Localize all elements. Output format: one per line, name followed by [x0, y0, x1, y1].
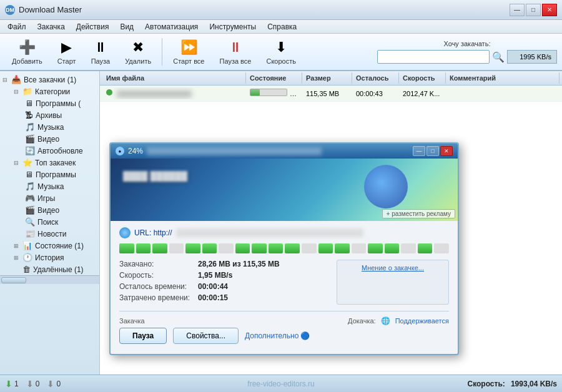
sidebar-item-top-programs[interactable]: 🖥 Программы: [0, 169, 99, 180]
want-download-section: Хочу закачать: 🔍 1995 KB/s: [377, 40, 557, 64]
sidebar-item-categories[interactable]: ⊟ 📁 Категории: [0, 86, 99, 97]
progress-segment: [302, 243, 317, 253]
dialog-app-icon: ●: [116, 147, 124, 155]
menu-file[interactable]: Файл: [2, 21, 31, 32]
menu-download[interactable]: Закачка: [32, 21, 70, 32]
opinion-link[interactable]: Мнение о закачке...: [337, 260, 448, 275]
start-icon: ▶: [61, 39, 72, 56]
sidebar-item-archives[interactable]: 🗜 Архивы: [0, 109, 99, 121]
menu-automation[interactable]: Автоматизация: [140, 21, 203, 32]
progress-segment: [169, 243, 184, 253]
downloading-count: ⬇ 1: [5, 379, 19, 389]
sidebar-item-history[interactable]: ⊞ 🕐 История: [0, 252, 99, 263]
progress-segment: [152, 243, 167, 253]
downloading-icon: ⬇: [5, 379, 12, 389]
status-speed: Скорость: 1993,04 KB/s: [467, 380, 557, 388]
speed-label: Скорость: [266, 57, 296, 65]
sidebar-label-top-video: Видео: [37, 206, 59, 215]
more-icon: 🔵: [300, 331, 310, 340]
col-header-speed[interactable]: Скорость: [399, 72, 446, 84]
sidebar-item-programs[interactable]: 🖥 Программы (: [0, 97, 99, 109]
downloaded-label: Закачано:: [119, 260, 194, 268]
want-download-input[interactable]: [377, 50, 490, 64]
sidebar-item-games[interactable]: 🎮 Игры: [0, 192, 99, 204]
sidebar-item-autoupdate[interactable]: 🔄 Автообновле: [0, 145, 99, 157]
pause-all-button[interactable]: ⏸ Пауза все: [212, 36, 258, 68]
toolbar: ➕ Добавить ▶ Старт ⏸ Пауза ✖ Удалить ⏩ С…: [0, 34, 562, 71]
sidebar-label-archives: Архивы: [36, 111, 62, 120]
status-speed-value: 1993,04 KB/s: [511, 380, 557, 388]
start-label: Старт: [57, 57, 76, 65]
menu-help[interactable]: Справка: [262, 21, 302, 32]
menu-view[interactable]: Вид: [115, 21, 139, 32]
main-area: ⊟ 📥 Все закачки (1) ⊟ 📁 Категории 🖥 Прог…: [0, 71, 562, 375]
sidebar-label-top-programs: Программы: [36, 170, 76, 179]
file-size-cell: 115,35 MB: [302, 88, 352, 99]
speed-stat-value: 1,95 MB/s: [198, 271, 232, 280]
progress-segment: [434, 243, 449, 253]
dialog-actions: Пауза Свойства... Дополнительно 🔵: [119, 328, 449, 348]
pause-toolbar-button[interactable]: ⏸ Пауза: [84, 36, 117, 68]
menu-actions[interactable]: Действия: [71, 21, 114, 32]
add-label: Добавить: [12, 57, 42, 65]
delete-label: Удалить: [125, 57, 151, 65]
h-scrollbar[interactable]: [0, 275, 99, 284]
col-header-comment[interactable]: Комментарий: [446, 72, 560, 84]
add-button[interactable]: ➕ Добавить: [5, 36, 49, 68]
progress-segment: [269, 243, 283, 253]
sidebar-item-all[interactable]: ⊟ 📥 Все закачки (1): [0, 74, 99, 86]
search-icon[interactable]: 🔍: [492, 51, 505, 63]
progress-segment: [252, 243, 267, 253]
menu-tools[interactable]: Инструменты: [204, 21, 261, 32]
speed-button[interactable]: ⬇ Скорость: [259, 36, 303, 68]
url-label: URL: http://: [134, 228, 172, 237]
sidebar-label-autoupdate: Автообновле: [37, 147, 83, 155]
sidebar-item-video[interactable]: 🎬 Видео: [0, 133, 99, 145]
start-all-label: Старт все: [173, 57, 204, 65]
speed-stat-label: Скорость:: [119, 271, 194, 280]
want-download-row: 🔍 1995 KB/s: [377, 50, 557, 64]
speed-icon: ⬇: [275, 39, 287, 56]
add-icon: ➕: [19, 39, 36, 56]
dialog-minimize-button[interactable]: —: [413, 146, 425, 156]
sidebar-item-music[interactable]: 🎵 Музыка: [0, 121, 99, 133]
mini-progress-bar: [250, 89, 260, 96]
sidebar-item-news[interactable]: 📰 Новости: [0, 228, 99, 240]
advertise-button[interactable]: + разместить рекламу: [382, 209, 455, 218]
col-header-name[interactable]: Имя файла: [102, 72, 246, 84]
dialog-maximize-button[interactable]: □: [426, 146, 439, 156]
more-button[interactable]: Дополнительно 🔵: [245, 331, 310, 340]
col-header-remain[interactable]: Осталось: [352, 72, 399, 84]
delete-button[interactable]: ✖ Удалить: [118, 36, 158, 68]
col-header-size[interactable]: Размер: [302, 72, 352, 84]
h-scrollbar-thumb[interactable]: [1, 277, 26, 283]
sidebar-item-deleted[interactable]: 🗑 Удалённые (1): [0, 263, 99, 275]
status-bar: ⬇ 1 ⬇ 0 ⬇ 0 free-video-editors.ru Скорос…: [0, 375, 562, 392]
sidebar-item-status[interactable]: ⊞ 📊 Состояние (1): [0, 240, 99, 252]
dialog-props-button[interactable]: Свойства...: [173, 328, 239, 344]
sidebar-label-news: Новости: [37, 230, 66, 238]
expand-icon-all: ⊟: [2, 77, 9, 83]
resume-value[interactable]: Поддерживается: [395, 317, 449, 325]
remain-stat-value: 00:00:44: [198, 282, 228, 291]
col-header-status[interactable]: Состояние: [246, 72, 302, 84]
sidebar-item-top[interactable]: ⊟ ⭐ Топ закачек: [0, 157, 99, 169]
minimize-button[interactable]: —: [510, 4, 525, 16]
close-button[interactable]: ✕: [542, 4, 557, 16]
dialog-pause-button[interactable]: Пауза: [119, 328, 167, 344]
maximize-button[interactable]: □: [526, 4, 541, 16]
table-row[interactable]: 25% Зак... 115,35 MB 00:00:43 2012,47 K.…: [100, 86, 562, 102]
pause-icon: ⏸: [94, 39, 107, 56]
mini-progress: [250, 89, 287, 96]
downloaded-value: 28,26 MB из 115,35 MB: [198, 260, 280, 268]
start-all-button[interactable]: ⏩ Старт все: [166, 36, 211, 68]
dialog-banner: ████ ██████ + разместить рекламу: [111, 159, 458, 221]
start-button[interactable]: ▶ Старт: [51, 36, 83, 68]
sidebar-item-top-video[interactable]: 🎬 Видео: [0, 204, 99, 216]
dialog-title-left: ● 24%: [116, 147, 322, 155]
sidebar-item-search[interactable]: 🔍 Поиск: [0, 216, 99, 228]
sidebar-item-top-music[interactable]: 🎵 Музыка: [0, 180, 99, 192]
downloaded-stat: Закачано: 28,26 MB из 115,35 MB: [119, 260, 324, 268]
dialog-close-button[interactable]: ✕: [440, 146, 453, 156]
zakachka-label: Закачка: [119, 317, 145, 325]
